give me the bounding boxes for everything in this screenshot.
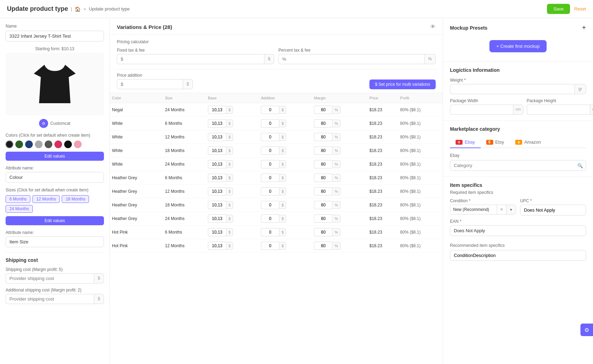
price-addition-input[interactable] xyxy=(117,79,183,89)
color-swatch-green[interactable] xyxy=(15,141,23,148)
cell-size: 24 Months xyxy=(163,158,206,171)
addition-input[interactable] xyxy=(261,174,279,182)
additional-cost-input[interactable] xyxy=(6,294,94,304)
addition-input[interactable] xyxy=(261,228,279,236)
condition-desc-input[interactable] xyxy=(450,250,586,261)
base-input[interactable] xyxy=(208,106,226,114)
add-mockup-plus-button[interactable]: + xyxy=(582,24,586,32)
size-tag-12m[interactable]: 12 Months xyxy=(32,195,60,203)
price-addition-suffix: $ xyxy=(183,79,193,89)
ean-input[interactable] xyxy=(450,225,586,236)
shipping-margin-label: Shipping cost (Margin profit: 5) xyxy=(6,267,104,272)
margin-input[interactable] xyxy=(314,119,332,128)
size-attr-input[interactable] xyxy=(6,236,104,247)
base-input[interactable] xyxy=(208,187,226,196)
base-input[interactable] xyxy=(208,160,226,168)
margin-input[interactable] xyxy=(314,160,332,168)
name-input[interactable] xyxy=(6,31,104,41)
margin-group: % xyxy=(314,187,365,196)
color-swatch-gray[interactable] xyxy=(35,141,43,148)
fixed-tax-input[interactable] xyxy=(117,54,264,64)
set-price-button[interactable]: $ Set price for multi variations xyxy=(369,79,436,89)
floating-settings-button[interactable]: ⚙ xyxy=(580,324,593,336)
table-row: White 12 Months $ $ % $18.23 80% ($8.1) xyxy=(110,130,443,144)
base-input[interactable] xyxy=(208,119,226,128)
addition-input[interactable] xyxy=(261,214,279,223)
size-tag-24m[interactable]: 24 Months xyxy=(6,205,33,213)
pkg-width-input[interactable] xyxy=(450,105,513,115)
category-search-button[interactable]: 🔍 xyxy=(577,163,583,168)
color-swatch-navy[interactable] xyxy=(25,141,33,148)
cell-addition: $ xyxy=(259,171,312,185)
save-button[interactable]: Save xyxy=(547,4,570,14)
category-input[interactable] xyxy=(450,160,586,171)
addition-input[interactable] xyxy=(261,160,279,168)
condition-clear-button[interactable]: ✕ xyxy=(497,205,506,214)
margin-group: % xyxy=(314,146,365,155)
margin-input[interactable] xyxy=(314,201,332,209)
pkg-height-input[interactable] xyxy=(527,105,590,115)
cell-base: $ xyxy=(206,103,259,117)
color-swatch-darkgray[interactable] xyxy=(45,141,52,148)
addition-input[interactable] xyxy=(261,146,279,155)
margin-input[interactable] xyxy=(314,133,332,141)
margin-input[interactable] xyxy=(314,214,332,223)
ebay-category-area: Ebay 🔍 xyxy=(450,153,586,171)
color-attr-input[interactable] xyxy=(6,172,104,183)
margin-input[interactable] xyxy=(314,187,332,196)
weight-input[interactable] xyxy=(450,84,575,94)
base-input[interactable] xyxy=(208,146,226,155)
color-swatch-pink[interactable] xyxy=(54,141,62,148)
cell-base: $ xyxy=(206,117,259,130)
condition-arrow-button[interactable]: ▼ xyxy=(506,205,516,214)
edit-sizes-button[interactable]: Edit values xyxy=(6,216,104,225)
addition-input[interactable] xyxy=(261,187,279,196)
edit-colors-button[interactable]: Edit values xyxy=(6,152,104,161)
sizes-section: Sizes (Click for set default when create… xyxy=(6,188,104,225)
cell-margin: % xyxy=(312,212,367,226)
base-input[interactable] xyxy=(208,214,226,223)
color-swatch-lightpink[interactable] xyxy=(74,141,82,148)
base-input[interactable] xyxy=(208,133,226,141)
margin-suffix: % xyxy=(332,106,340,114)
home-icon[interactable]: 🏠 xyxy=(75,6,81,12)
tshirt-svg xyxy=(34,60,76,108)
recommended-label: Recommended item specifics xyxy=(450,243,586,248)
tab-amazon[interactable]: a Amazon xyxy=(510,137,547,148)
base-input[interactable] xyxy=(208,201,226,209)
pricing-calc: Pricing calculator Fixed tax & fee $ Per… xyxy=(110,35,443,69)
upc-input[interactable] xyxy=(520,205,586,215)
color-swatch-black[interactable] xyxy=(6,141,13,148)
create-mockup-button[interactable]: + Create first mockup xyxy=(489,40,547,52)
cell-price: $18.23 xyxy=(367,212,398,226)
logistics-title: Logictics Information xyxy=(450,67,586,73)
color-swatch-charcoal[interactable] xyxy=(64,141,72,148)
margin-input[interactable] xyxy=(314,228,332,236)
addition-input[interactable] xyxy=(261,133,279,141)
margin-input[interactable] xyxy=(314,146,332,155)
addition-input[interactable] xyxy=(261,119,279,128)
margin-input[interactable] xyxy=(314,106,332,114)
ean-field: EAN * xyxy=(450,219,586,240)
margin-group: % xyxy=(314,106,365,114)
addition-input[interactable] xyxy=(261,201,279,209)
base-input[interactable] xyxy=(208,174,226,182)
header-actions: Save Reset xyxy=(547,4,586,14)
size-tag-6m[interactable]: 6 Months xyxy=(6,195,30,203)
margin-input[interactable] xyxy=(314,174,332,182)
cell-addition: $ xyxy=(259,103,312,117)
percent-tax-input[interactable] xyxy=(278,54,424,64)
tab-etsy[interactable]: E Etsy xyxy=(481,137,510,148)
base-input[interactable] xyxy=(208,228,226,236)
eye-button[interactable]: 👁 xyxy=(430,24,436,30)
addition-input[interactable] xyxy=(261,242,279,250)
reset-button[interactable]: Reset xyxy=(574,6,586,12)
margin-input[interactable] xyxy=(314,242,332,250)
shipping-cost-input[interactable] xyxy=(6,273,94,283)
tab-ebay[interactable]: e Ebay xyxy=(450,137,481,148)
size-tag-18m[interactable]: 18 Months xyxy=(62,195,89,203)
cell-color: Negal xyxy=(110,103,163,117)
center-header: Variations & Price (28) 👁 xyxy=(110,18,443,35)
addition-input[interactable] xyxy=(261,106,279,114)
base-input[interactable] xyxy=(208,242,226,250)
